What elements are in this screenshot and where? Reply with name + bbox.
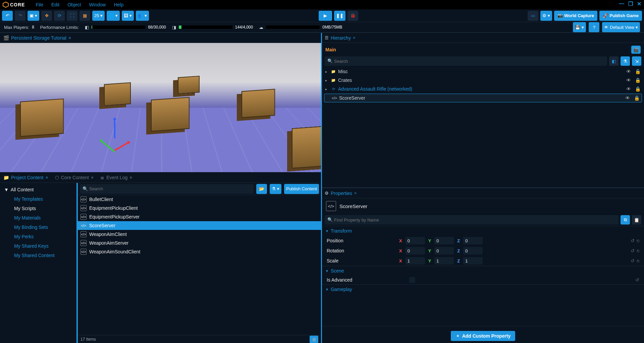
link-icon[interactable]: ⎋ (637, 248, 639, 253)
lock-icon[interactable]: 🔒 (634, 95, 640, 101)
disclosure-icon[interactable]: ▸ (325, 87, 329, 91)
cast-button[interactable]: ▭ (528, 11, 538, 21)
hierarchy-search-input[interactable] (325, 56, 607, 66)
save-dropdown-button[interactable]: 💾▾ (573, 22, 586, 32)
close-panel-icon[interactable]: × (353, 35, 356, 40)
content-tree-item[interactable]: My Shared Content (0, 251, 76, 260)
rotation-x-input[interactable] (406, 247, 425, 254)
scale-x-input[interactable] (406, 257, 425, 264)
rotation-z-input[interactable] (463, 247, 483, 254)
content-item[interactable]: </>ScoreServer (78, 221, 321, 230)
visibility-icon[interactable]: 👁 (626, 78, 631, 83)
close-tab-icon[interactable]: × (129, 175, 132, 180)
content-tree-item[interactable]: My Scripts (0, 204, 76, 213)
reset-icon[interactable]: ↺ (631, 248, 635, 253)
hierarchy-cube-button[interactable]: ◧ (609, 56, 619, 66)
position-z-input[interactable] (463, 237, 483, 244)
undo-button[interactable]: ↶ (2, 11, 13, 21)
lock-icon[interactable]: 🔒 (635, 69, 641, 74)
menu-edit[interactable]: Edit (47, 1, 63, 9)
menu-help[interactable]: Help (110, 1, 127, 9)
link-icon[interactable]: ⎋ (637, 258, 639, 263)
scale-y-input[interactable] (434, 257, 454, 264)
lock-icon[interactable]: 🔒 (635, 86, 641, 92)
content-tree-item[interactable]: My Materials (0, 213, 76, 223)
visibility-icon[interactable]: 👁 (626, 86, 631, 92)
tab-project-content[interactable]: 📁 Project Content × (0, 172, 52, 183)
publish-content-button[interactable]: Publish Content (284, 184, 319, 194)
reset-icon[interactable]: ↺ (631, 238, 635, 243)
paste-button[interactable]: 📋 (632, 215, 641, 225)
3d-viewport[interactable] (0, 43, 321, 172)
content-search-input[interactable] (80, 184, 254, 194)
position-x-input[interactable] (406, 237, 425, 244)
menu-file[interactable]: File (32, 1, 47, 9)
disclosure-icon[interactable]: ▸ (325, 70, 329, 74)
redo-button[interactable]: ↷ (15, 11, 25, 21)
settings-dropdown-button[interactable]: ⚙▾ (540, 11, 552, 21)
move-tool-button[interactable]: ✥ (41, 11, 52, 21)
tab-core-content[interactable]: ⬡ Core Content × (52, 172, 97, 183)
debug-button[interactable]: 🐞 (347, 11, 358, 21)
content-item[interactable]: </>WeaponAimClient (78, 230, 321, 239)
tab-event-log[interactable]: ≣ Event Log × (97, 172, 136, 183)
open-folder-button[interactable]: 📂 (256, 184, 267, 194)
content-tree-item[interactable]: My Templates (0, 194, 76, 204)
content-tree-item[interactable]: My Binding Sets (0, 223, 76, 232)
maximize-icon[interactable]: ❐ (627, 1, 634, 7)
play-button[interactable]: ▶ (319, 11, 332, 21)
grid-view-toggle[interactable]: ▦ (310, 336, 318, 343)
menu-window[interactable]: Window (85, 1, 110, 9)
content-tree-item[interactable]: My Perks (0, 232, 76, 241)
hierarchy-scene-button[interactable]: 🎬 (631, 46, 641, 54)
content-item[interactable]: </>WeaponAimSoundClient (78, 247, 321, 256)
hierarchy-item[interactable]: ▸📁Crates👁🔒 (322, 76, 644, 85)
close-tab-icon[interactable]: × (91, 175, 94, 180)
help-button[interactable]: ? (589, 22, 599, 32)
snap-value-button[interactable]: 25▾ (92, 11, 105, 21)
add-custom-property-button[interactable]: ＋Add Custom Property (451, 331, 516, 341)
reset-icon[interactable]: ↺ (635, 277, 639, 283)
view-mode-button[interactable]: 🖼▾ (122, 11, 134, 21)
hierarchy-item[interactable]: ▸⟳Advanced Assault Rifle (networked)👁🔒 (322, 85, 644, 93)
section-transform[interactable]: ▼Transform (322, 226, 644, 236)
world-capture-button[interactable]: 📷World Capture (554, 11, 597, 21)
close-tab-icon[interactable]: × (46, 175, 48, 180)
world-space-button[interactable]: 🌐▾ (107, 11, 120, 21)
publish-game-button[interactable]: 🚀Publish Game (599, 11, 642, 21)
content-item[interactable]: </>WeaponAimServer (78, 239, 321, 247)
reset-icon[interactable]: ↺ (631, 258, 635, 263)
hierarchy-filter-button[interactable]: ⚗ (621, 56, 630, 66)
hierarchy-item[interactable]: ▸📁Misc👁🔒 (322, 67, 644, 76)
content-item[interactable]: </>EquipmentPickupClient (78, 204, 321, 212)
hierarchy-item[interactable]: </>ScoreServer👁🔒 (324, 94, 642, 102)
position-y-input[interactable] (434, 237, 454, 244)
section-gameplay[interactable]: ▼Gameplay (322, 284, 644, 294)
close-tab-icon[interactable]: × (68, 35, 71, 41)
content-tree-item[interactable]: My Shared Keys (0, 241, 76, 251)
content-item[interactable]: </>EquipmentPickupServer (78, 212, 321, 221)
disclosure-icon[interactable]: ▸ (325, 79, 329, 82)
all-content-root[interactable]: ▼ All Content (0, 185, 76, 194)
scale-z-input[interactable] (463, 257, 483, 264)
pause-button[interactable]: ❚❚ (334, 11, 345, 21)
filter-button[interactable]: ⚗▾ (270, 184, 281, 194)
section-scene[interactable]: ▼Scene (322, 266, 644, 276)
default-view-button[interactable]: 👁Default View▾ (602, 22, 640, 32)
close-icon[interactable]: ✕ (636, 1, 643, 7)
hierarchy-collapse-button[interactable]: ⇲ (632, 56, 641, 66)
close-panel-icon[interactable]: × (354, 191, 357, 196)
content-item[interactable]: </>BulletClient (78, 195, 321, 204)
menu-object[interactable]: Object (63, 1, 85, 9)
scale-tool-button[interactable]: ⛶ (67, 11, 77, 21)
rotation-y-input[interactable] (434, 247, 454, 254)
is-advanced-checkbox[interactable] (409, 277, 415, 283)
viewport-tab[interactable]: 🎬 Persistent Storage Tutorial × (0, 33, 74, 43)
visibility-icon[interactable]: 👁 (625, 95, 630, 101)
multiplayer-button[interactable]: 👥▾ (136, 11, 149, 21)
visibility-icon[interactable]: 👁 (626, 69, 631, 74)
hierarchy-main-label[interactable]: Main (325, 47, 336, 52)
minimize-icon[interactable]: — (618, 1, 626, 7)
selection-mode-button[interactable]: ▣▾ (28, 11, 39, 21)
rotate-tool-button[interactable]: ⟳ (54, 11, 65, 21)
